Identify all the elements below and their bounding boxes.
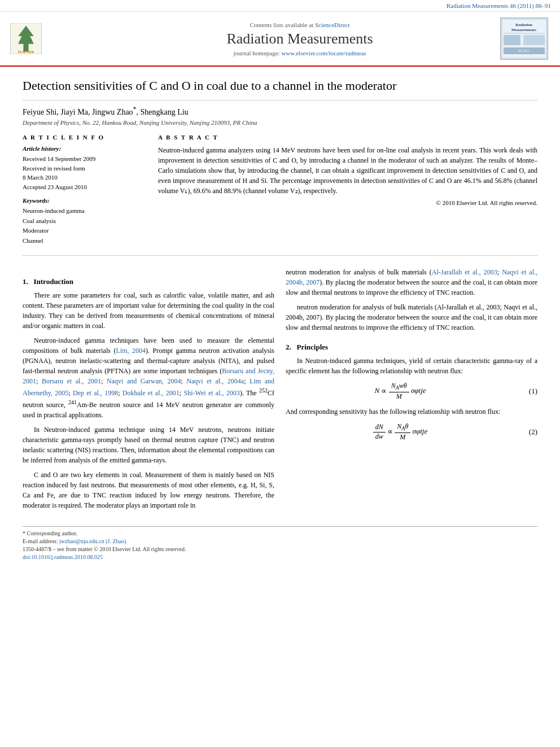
journal-citation-bar: Radiation Measurements 46 (2011) 88–91 [0, 0, 560, 12]
ref-lim2004[interactable]: Lim, 2004 [116, 347, 146, 355]
ref-naqvi2004b[interactable]: Naqvi et al., 2004b, 2007 [286, 268, 537, 286]
ref-dokhale2001[interactable]: Dokhale et al., 2001 [123, 389, 180, 397]
doi-line: doi:10.1016/j.radmeas.2010.08.025 [23, 554, 537, 560]
svg-text:Measurements: Measurements [511, 28, 536, 32]
section1-para3: In Neutron-induced gamma technique using… [23, 425, 274, 465]
formula-2-number: (2) [515, 426, 537, 438]
section1-right-para2: neutron moderation for analysis of bulk … [286, 302, 537, 333]
formula-1: N ∝ NAwθ M σφtje (1) [286, 382, 537, 401]
svg-rect-8 [504, 35, 520, 45]
body-col-right: neutron moderation for analysis of bulk … [286, 267, 537, 516]
ref-borsaru2001b[interactable]: Borsaru et al., 2001 [42, 377, 101, 385]
journal-homepage: journal homepage: www.elsevier.com/locat… [99, 50, 500, 56]
svg-rect-9 [523, 35, 545, 45]
journal-name: Radiation Measurements [99, 30, 500, 47]
sciencedirect-line: Contents lists available at ScienceDirec… [99, 21, 500, 28]
journal-citation: Radiation Measurements 46 (2011) 88–91 [447, 2, 551, 9]
sciencedirect-link[interactable]: ScienceDirect [315, 21, 350, 28]
journal-cover-area: Radiation Measurements 46 2011 [500, 18, 551, 60]
keyword-2: Coal analysis [23, 216, 147, 226]
authors-line: Feiyue Shi, Jiayi Ma, Jingwu Zhao*, Shen… [23, 106, 537, 117]
abstract-title: A B S T R A C T [158, 134, 537, 141]
issn-line: 1350-4487/$ – see front matter © 2010 El… [23, 546, 537, 552]
formula-2-fraction: NAθ M [395, 422, 410, 442]
email-note: E-mail address: jwzhao@nju.edu.cn (J. Zh… [23, 538, 537, 544]
doi-text[interactable]: doi:10.1016/j.radmeas.2010.08.025 [23, 554, 103, 560]
abstract-text: Neutron-induced gamma analyzers using 14… [158, 145, 537, 196]
elsevier-logo: ELSEVIER [9, 23, 43, 54]
keywords-label: Keywords: [23, 197, 147, 204]
journal-header: ELSEVIER Contents lists available at Sci… [0, 12, 560, 67]
section1-para1: There are some parameters for coal, such… [23, 290, 274, 331]
formula-2: dN dw ∝ NAθ M σφtje (2) [286, 422, 537, 442]
section1-para4: C and O are two key elements in coal. Me… [23, 470, 274, 510]
formula1-followup: And corresponding sensitivity has the fo… [286, 407, 537, 417]
keyword-3: Moderator [23, 226, 147, 236]
formula-1-content: N ∝ NAwθ M σφtje [286, 382, 515, 401]
article-history-label: Article history: [23, 145, 147, 152]
article-info-title: A R T I C L E I N F O [23, 134, 147, 141]
formula-1-fraction: NAwθ M [389, 382, 409, 401]
ref-dep1998[interactable]: Dep et al., 1998 [73, 389, 118, 397]
keyword-1: Neutron-induced gamma [23, 206, 147, 216]
ref-shiwei2003[interactable]: Shi-Wei et al., 2003 [184, 389, 240, 397]
footer-notes: * Corresponding author. E-mail address: … [23, 526, 537, 560]
formula-2-content: dN dw ∝ NAθ M σφtje [286, 422, 515, 442]
corresponding-author-note: * Corresponding author. [23, 530, 537, 536]
section2-heading: 2. Principles [286, 342, 537, 353]
body-two-column: 1. Introduction There are some parameter… [23, 267, 537, 516]
svg-text:46 2011: 46 2011 [518, 49, 529, 53]
ref-aljarallah2003[interactable]: Al-Jarallah et al., 2003 [432, 268, 497, 276]
main-content: Detection sensitivities of C and O in co… [0, 67, 560, 573]
publisher-logo-area: ELSEVIER [9, 23, 99, 54]
section1-right-para1: neutron moderation for analysis of bulk … [286, 267, 537, 298]
svg-text:Radiation: Radiation [515, 23, 532, 27]
corresponding-author-marker: * [133, 106, 137, 113]
copyright-line: © 2010 Elsevier Ltd. All rights reserved… [158, 199, 537, 206]
author-names: Feiyue Shi, Jiayi Ma, Jingwu Zhao*, Shen… [23, 108, 189, 116]
journal-cover-image: Radiation Measurements 46 2011 [500, 18, 548, 60]
section1-heading: 1. Introduction [23, 276, 274, 287]
article-title: Detection sensitivities of C and O in co… [23, 78, 537, 101]
elsevier-tree-icon: ELSEVIER [9, 23, 43, 54]
received-revised-label: Received in revised form [23, 164, 147, 173]
ref-naqvi2004[interactable]: Naqvi and Garwan, 2004 [107, 377, 181, 385]
article-info-section: A R T I C L E I N F O Article history: R… [23, 134, 537, 255]
journal-title-area: Contents lists available at ScienceDirec… [99, 21, 500, 56]
ref-naqvi2004a[interactable]: Naqvi et al., 2004a [186, 377, 244, 385]
formula-1-number: (1) [515, 386, 537, 397]
accepted-date: Accepted 23 August 2010 [23, 182, 147, 192]
affiliation: Department of Physics, No. 22, Hankou Ro… [23, 119, 537, 126]
article-info-left: A R T I C L E I N F O Article history: R… [23, 134, 147, 246]
section1-para2: Neutron-induced gamma techniques have be… [23, 335, 274, 420]
keyword-4: Channel [23, 236, 147, 246]
email-address[interactable]: jwzhao@nju.edu.cn (J. Zhao). [59, 538, 128, 544]
section2-para1: In Neutron-induced gamma techniques, yie… [286, 356, 537, 376]
homepage-url[interactable]: www.elsevier.com/locate/radmeas [281, 50, 366, 56]
svg-text:ELSEVIER: ELSEVIER [18, 50, 34, 54]
revised-date: 8 March 2010 [23, 173, 147, 182]
body-col-left: 1. Introduction There are some parameter… [23, 267, 274, 516]
received-date: Received 14 September 2009 [23, 154, 147, 164]
formula-2-lhs: dN dw [373, 423, 386, 441]
abstract-area: A B S T R A C T Neutron-induced gamma an… [158, 134, 537, 246]
